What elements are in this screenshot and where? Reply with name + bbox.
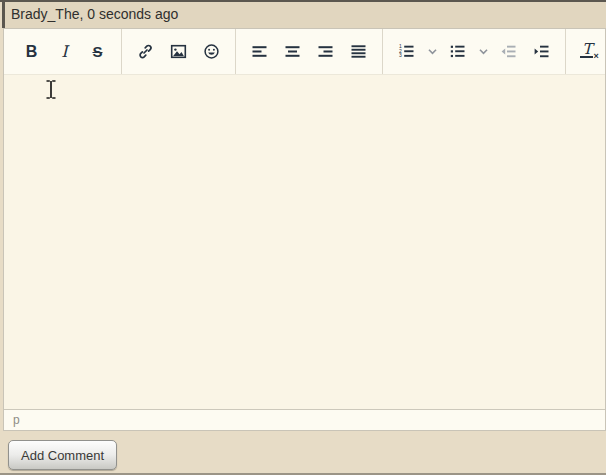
bullet-list-icon <box>449 43 466 60</box>
rich-text-editor: B I S <box>3 28 606 431</box>
bold-button[interactable]: B <box>15 32 48 72</box>
chevron-down-icon <box>476 44 491 59</box>
unordered-list-button[interactable] <box>441 32 474 72</box>
italic-icon: I <box>61 42 67 61</box>
strikethrough-button[interactable]: S <box>81 32 114 72</box>
toolbar-group-align <box>236 29 383 74</box>
ordered-list-dropdown-button[interactable] <box>423 32 441 72</box>
strikethrough-icon: S <box>92 43 102 60</box>
insert-image-button[interactable] <box>162 32 195 72</box>
svg-text:3: 3 <box>399 52 402 58</box>
align-center-icon <box>284 43 301 60</box>
bold-icon: B <box>26 43 38 61</box>
align-right-icon <box>317 43 334 60</box>
comment-footer: Add Comment <box>0 431 606 470</box>
numbered-list-icon: 1 2 3 <box>398 43 415 60</box>
toolbar-group-text-style: B I S <box>4 29 122 74</box>
align-justify-button[interactable] <box>342 32 375 72</box>
clear-formatting-icon: T× <box>580 42 598 61</box>
outdent-button[interactable] <box>492 32 525 72</box>
toolbar-group-clear: T× <box>566 29 606 74</box>
chain-link-icon <box>137 43 154 60</box>
formatting-toolbar: B I S <box>4 29 605 75</box>
toolbar-group-insert <box>122 29 236 74</box>
align-center-button[interactable] <box>276 32 309 72</box>
outdent-icon <box>500 43 517 60</box>
chevron-down-icon <box>425 44 440 59</box>
italic-button[interactable]: I <box>48 32 81 72</box>
indent-button[interactable] <box>525 32 558 72</box>
align-justify-icon <box>350 43 367 60</box>
text-ibeam-cursor-icon <box>45 79 57 104</box>
image-icon <box>170 43 187 60</box>
unordered-list-dropdown-button[interactable] <box>474 32 492 72</box>
element-path-label[interactable]: p <box>13 413 20 427</box>
editor-status-bar: p <box>4 409 605 430</box>
add-comment-button[interactable]: Add Comment <box>8 440 117 470</box>
clear-formatting-button[interactable]: T× <box>573 32 606 72</box>
comment-editor-page: Brady_The, 0 seconds ago B I S <box>0 0 606 475</box>
indent-icon <box>533 43 550 60</box>
comment-meta-bar: Brady_The, 0 seconds ago <box>2 2 606 28</box>
insert-emoji-button[interactable] <box>195 32 228 72</box>
toolbar-group-lists: 1 2 3 <box>383 29 566 74</box>
ordered-list-button[interactable]: 1 2 3 <box>390 32 423 72</box>
comment-author-timestamp: Brady_The, 0 seconds ago <box>11 6 178 22</box>
align-left-button[interactable] <box>243 32 276 72</box>
align-right-button[interactable] <box>309 32 342 72</box>
editor-content-area[interactable] <box>4 75 605 409</box>
smiley-icon <box>203 43 220 60</box>
insert-link-button[interactable] <box>129 32 162 72</box>
align-left-icon <box>251 43 268 60</box>
